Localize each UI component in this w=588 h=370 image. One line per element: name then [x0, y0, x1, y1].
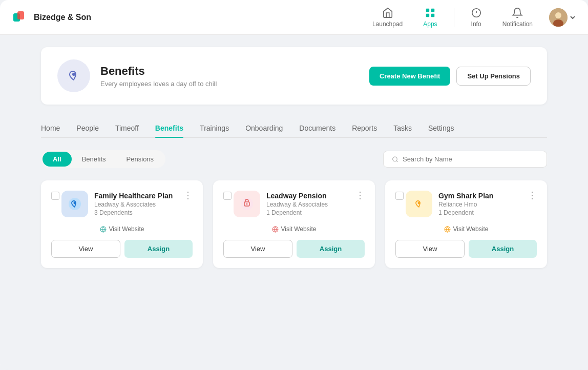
card-actions-1: View Assign — [51, 240, 193, 258]
card-icon-area-3: Gym Shark Plan Reliance Hmo 1 Dependent — [406, 191, 526, 217]
card-top-3: Gym Shark Plan Reliance Hmo 1 Dependent … — [395, 191, 537, 217]
benefits-header-card: Benefits Every employees loves a day off… — [41, 47, 547, 105]
card-top-2: Leadway Pension Leadway & Associates 1 D… — [223, 191, 365, 217]
card-company-2: Leadway & Associates — [266, 201, 353, 208]
nav-tabs: Home People Timeoff Benefits Trainings O… — [41, 119, 547, 138]
tab-people[interactable]: People — [76, 119, 99, 137]
card-more-2[interactable]: ⋮ — [355, 191, 365, 200]
tab-onboarding[interactable]: Onboarding — [245, 119, 283, 137]
nav-divider — [454, 8, 454, 27]
svg-line-15 — [396, 160, 397, 161]
tab-trainings[interactable]: Trainings — [200, 119, 229, 137]
svg-rect-1 — [17, 11, 24, 19]
visit-website-link-1[interactable]: Visit Website — [51, 225, 193, 233]
header: Bizedge & Son Launchpad Apps — [0, 0, 588, 35]
card-icon-1 — [61, 191, 88, 217]
avatar — [549, 8, 568, 27]
card-info-1: Family Healthcare Plan Leadway & Associa… — [94, 192, 181, 216]
card-info-3: Gym Shark Plan Reliance Hmo 1 Dependent — [438, 192, 526, 216]
card-website-3: Visit Website — [395, 225, 537, 233]
assign-button-1[interactable]: Assign — [124, 240, 193, 258]
benefits-subtitle: Every employees loves a day off to chill — [100, 80, 359, 88]
assign-button-2[interactable]: Assign — [297, 240, 365, 258]
svg-point-17 — [74, 202, 76, 204]
tab-home[interactable]: Home — [41, 119, 60, 137]
tab-tasks[interactable]: Tasks — [393, 119, 412, 137]
search-input[interactable] — [403, 155, 538, 163]
view-button-2[interactable]: View — [223, 240, 292, 258]
cards-grid: Family Healthcare Plan Leadway & Associa… — [41, 180, 547, 268]
svg-point-22 — [246, 203, 248, 205]
main-content: Benefits Every employees loves a day off… — [0, 35, 588, 370]
benefits-text: Benefits Every employees loves a day off… — [100, 65, 359, 88]
card-checkbox-2[interactable] — [223, 192, 232, 200]
card-title-2: Leadway Pension — [266, 192, 353, 200]
card-title-3: Gym Shark Plan — [438, 192, 526, 200]
card-icon-area-1: Family Healthcare Plan Leadway & Associa… — [61, 191, 181, 217]
visit-website-label-1: Visit Website — [109, 225, 144, 233]
nav-notification[interactable]: Notification — [494, 3, 541, 32]
card-dependents-1: 3 Dependents — [94, 209, 181, 216]
card-title-1: Family Healthcare Plan — [94, 192, 181, 200]
benefits-title: Benefits — [100, 65, 359, 78]
visit-website-link-2[interactable]: Visit Website — [223, 225, 365, 233]
avatar-area[interactable] — [549, 8, 576, 27]
card-more-3[interactable]: ⋮ — [528, 191, 537, 200]
tab-timeoff[interactable]: Timeoff — [115, 119, 139, 137]
logo-area: Bizedge & Son — [12, 9, 364, 26]
svg-point-13 — [72, 73, 75, 76]
visit-website-link-3[interactable]: Visit Website — [395, 225, 537, 233]
setup-pensions-button[interactable]: Set Up Pensions — [456, 67, 531, 86]
view-button-3[interactable]: View — [395, 240, 465, 258]
nav-info[interactable]: Info — [463, 3, 490, 32]
tab-documents[interactable]: Documents — [299, 119, 335, 137]
card-dependents-2: 1 Dependent — [266, 209, 353, 216]
view-button-1[interactable]: View — [51, 240, 120, 258]
card-checkbox-3[interactable] — [395, 192, 404, 200]
company-name: Bizedge & Son — [34, 13, 91, 22]
header-buttons: Create New Benefit Set Up Pensions — [369, 67, 531, 86]
card-company-3: Reliance Hmo — [438, 201, 526, 208]
search-box — [383, 151, 547, 168]
top-nav: Launchpad Apps Info — [364, 3, 576, 32]
card-company-1: Leadway & Associates — [94, 201, 181, 208]
card-dependents-3: 1 Dependent — [438, 209, 526, 216]
card-checkbox-1[interactable] — [51, 192, 59, 200]
card-gym-shark: Gym Shark Plan Reliance Hmo 1 Dependent … — [385, 180, 547, 268]
filter-all[interactable]: All — [43, 152, 72, 167]
filter-pensions[interactable]: Pensions — [116, 152, 164, 167]
svg-rect-3 — [431, 8, 434, 11]
nav-launchpad[interactable]: Launchpad — [364, 3, 411, 32]
card-icon-2 — [234, 191, 260, 217]
filter-pills: All Benefits Pensions — [41, 150, 165, 168]
card-leadway-pension: Leadway Pension Leadway & Associates 1 D… — [213, 180, 375, 268]
tab-reports[interactable]: Reports — [352, 119, 377, 137]
svg-rect-5 — [431, 13, 434, 16]
card-icon-area-2: Leadway Pension Leadway & Associates 1 D… — [234, 191, 353, 217]
assign-button-3[interactable]: Assign — [469, 240, 537, 258]
chevron-down-icon — [570, 14, 576, 20]
card-info-2: Leadway Pension Leadway & Associates 1 D… — [266, 192, 353, 216]
card-icon-3 — [406, 191, 432, 217]
filter-benefits[interactable]: Benefits — [72, 152, 116, 167]
visit-website-label-2: Visit Website — [281, 225, 317, 233]
create-benefit-button[interactable]: Create New Benefit — [369, 67, 450, 86]
search-icon — [392, 156, 398, 163]
card-actions-3: View Assign — [395, 240, 537, 258]
svg-point-26 — [418, 202, 421, 204]
nav-notification-label: Notification — [502, 20, 533, 28]
tab-settings[interactable]: Settings — [428, 119, 454, 137]
card-top-1: Family Healthcare Plan Leadway & Associa… — [51, 191, 193, 217]
svg-point-14 — [393, 157, 397, 161]
tab-benefits[interactable]: Benefits — [155, 119, 183, 137]
card-more-1[interactable]: ⋮ — [183, 191, 193, 200]
benefits-icon-wrapper — [57, 59, 90, 92]
svg-rect-2 — [426, 8, 429, 11]
nav-apps[interactable]: Apps — [415, 3, 445, 32]
svg-point-10 — [555, 12, 561, 18]
nav-launchpad-label: Launchpad — [372, 20, 403, 28]
filter-row: All Benefits Pensions — [41, 150, 547, 168]
card-family-healthcare: Family Healthcare Plan Leadway & Associa… — [41, 180, 203, 268]
logo-icon — [12, 9, 29, 26]
visit-website-label-3: Visit Website — [453, 225, 489, 233]
